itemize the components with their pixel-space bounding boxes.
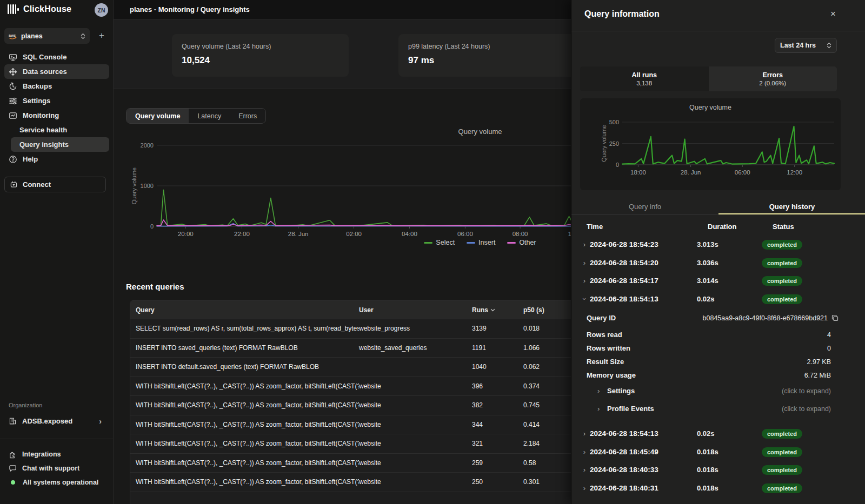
cell-query: WITH bitShiftLeft(CAST(?..), _CAST(?..))…	[130, 478, 359, 486]
chevron-right-icon[interactable]: ›	[579, 429, 590, 438]
copy-icon[interactable]	[831, 314, 839, 321]
history-time: 2024-06-28 18:54:13	[590, 295, 697, 303]
chevron-right-icon[interactable]: ›	[579, 466, 590, 474]
legend-marker	[507, 242, 516, 244]
cell-runs: 344	[472, 421, 523, 428]
segment-all-runs[interactable]: All runs 3,138	[580, 66, 709, 91]
close-icon[interactable]: ×	[827, 8, 840, 21]
history-row[interactable]: ›2024-06-28 18:54:130.02scompleted	[571, 425, 865, 443]
clickhouse-logo[interactable]: ClickHouse	[8, 4, 71, 14]
sidebar-item-label: Service health	[19, 126, 67, 134]
column-header-query[interactable]: Query	[130, 306, 359, 314]
sidebar-item-label: Data sources	[23, 68, 67, 76]
sidebar-item-label: Settings	[23, 97, 50, 105]
status-dot-icon	[11, 480, 15, 485]
column-header-user[interactable]: User	[359, 306, 472, 314]
organization-icon	[9, 417, 17, 425]
sidebar-item-label: Monitoring	[23, 111, 59, 119]
detail-label: Result Size	[587, 358, 624, 366]
legend-item-other[interactable]: Other	[507, 239, 536, 246]
legend-item-select[interactable]: Select	[424, 239, 455, 246]
detail-value: 2.97 KB	[807, 358, 839, 366]
system-status[interactable]: All systems operational	[4, 475, 109, 489]
chat-icon	[9, 465, 17, 473]
chevron-right-icon[interactable]: ›	[579, 448, 590, 456]
sidebar-item-sql-console[interactable]: SQL Console	[4, 50, 109, 64]
sidebar-item-service-health[interactable]: Service health	[11, 123, 109, 137]
sidebar-item-query-insights[interactable]: Query insights	[11, 137, 109, 152]
updown-chevron-icon	[81, 33, 85, 39]
chevron-right-icon[interactable]: ›	[579, 277, 590, 285]
cell-runs: 259	[472, 459, 523, 467]
expander-profile-events[interactable]: ›Profile Events(click to expand)	[587, 400, 839, 418]
column-header-status: Status	[773, 223, 865, 231]
history-time: 2024-06-28 18:40:31	[590, 484, 697, 492]
chevron-right-icon[interactable]: ›	[579, 484, 590, 492]
sidebar-divider	[0, 439, 114, 439]
history-row[interactable]: ›2024-06-28 18:54:203.036scompleted	[571, 254, 865, 272]
cell-query: INSERT INTO saved_queries (text) FORMAT …	[130, 344, 359, 352]
history-row[interactable]: ›2024-06-28 18:45:490.018scompleted	[571, 443, 865, 461]
tab-query-info[interactable]: Query info	[571, 199, 718, 214]
query-id-value: b0845aa9-a8c9-49f0-8f68-e678669bd921	[703, 314, 828, 322]
legend-item-insert[interactable]: Insert	[467, 239, 495, 246]
time-range-select[interactable]: Last 24 hrs	[775, 38, 837, 53]
history-row[interactable]: ›2024-06-28 18:54:130.02scompleted	[571, 290, 865, 308]
query-detail: Query ID b0845aa9-a8c9-49f0-8f68-e678669…	[587, 310, 839, 418]
sidebar-item-settings[interactable]: Settings	[4, 93, 109, 108]
chevron-right-icon[interactable]: ›	[579, 259, 590, 267]
status-badge: completed	[762, 447, 802, 457]
sidebar-item-data-sources[interactable]: Data sources	[4, 64, 109, 79]
detail-value: 4	[827, 331, 839, 339]
sidebar-item-label: Backups	[23, 82, 52, 90]
panel-tabs: Query info Query history	[571, 199, 865, 214]
svg-text:28. Jun: 28. Jun	[288, 231, 309, 237]
cell-runs: 382	[472, 401, 523, 409]
history-duration: 0.02s	[697, 295, 762, 303]
svg-text:250: 250	[609, 140, 619, 147]
chevron-down-icon[interactable]: ›	[581, 293, 589, 304]
mini-chart-canvas[interactable]: 0250500Query volume18:0028. Jun06:0012:0…	[580, 112, 841, 188]
segment-errors[interactable]: Errors 2 (0.06%)	[709, 66, 837, 91]
history-time: 2024-06-28 18:54:20	[590, 259, 697, 267]
stat-label: p99 latency (Last 24 hours)	[408, 43, 565, 50]
chevron-right-icon: ›	[597, 387, 607, 395]
history-duration: 3.013s	[697, 240, 762, 248]
column-header-time: Time	[587, 223, 708, 231]
query-id-label: Query ID	[587, 314, 616, 322]
tab-latency[interactable]: Latency	[189, 109, 230, 123]
sidebar-item-integrations[interactable]: Integrations	[4, 447, 109, 461]
cell-user: website	[359, 478, 472, 486]
sidebar-item-backups[interactable]: Backups	[4, 79, 109, 93]
history-time: 2024-06-28 18:40:33	[590, 466, 697, 474]
history-row[interactable]: ›2024-06-28 18:40:310.018scompleted	[571, 479, 865, 498]
svg-text:28. Jun: 28. Jun	[681, 169, 701, 176]
history-time: 2024-06-28 18:54:23	[590, 240, 697, 248]
connect-button[interactable]: Connect	[4, 177, 106, 192]
chevron-right-icon[interactable]: ›	[579, 240, 590, 248]
column-header-runs[interactable]: Runs	[472, 306, 523, 314]
expander-settings[interactable]: ›Settings(click to expand)	[587, 382, 839, 400]
svg-text:Query volume: Query volume	[131, 167, 137, 204]
history-row[interactable]: ›2024-06-28 18:40:330.018scompleted	[571, 461, 865, 479]
sidebar-item-monitoring[interactable]: Monitoring	[4, 108, 109, 123]
sidebar-item-help[interactable]: Help	[4, 152, 109, 166]
organization-row[interactable]: ADSB.exposed ›	[4, 414, 106, 428]
sidebar-item-chat-support[interactable]: Chat with support	[4, 461, 109, 475]
svg-text:500: 500	[609, 119, 619, 125]
tab-errors[interactable]: Errors	[230, 109, 265, 123]
svg-text:20:00: 20:00	[178, 231, 194, 237]
cell-user: website_progress	[359, 325, 472, 332]
expander-label: Profile Events	[607, 405, 654, 413]
service-selector[interactable]: aws planes	[4, 28, 90, 44]
history-row[interactable]: ›2024-06-28 18:54:173.014scompleted	[571, 272, 865, 290]
detail-row: Memory usage6.72 MiB	[587, 368, 839, 382]
history-row[interactable]: ›2024-06-28 18:54:233.013scompleted	[571, 236, 865, 254]
tab-query-volume[interactable]: Query volume	[127, 109, 189, 123]
add-service-button[interactable]: +	[95, 29, 108, 42]
user-avatar[interactable]: ZN	[95, 3, 108, 17]
cell-runs: 1040	[472, 363, 523, 371]
tab-query-history[interactable]: Query history	[718, 199, 865, 214]
history-header-row: Time Duration Status	[571, 223, 865, 231]
history-duration: 0.02s	[697, 429, 762, 438]
